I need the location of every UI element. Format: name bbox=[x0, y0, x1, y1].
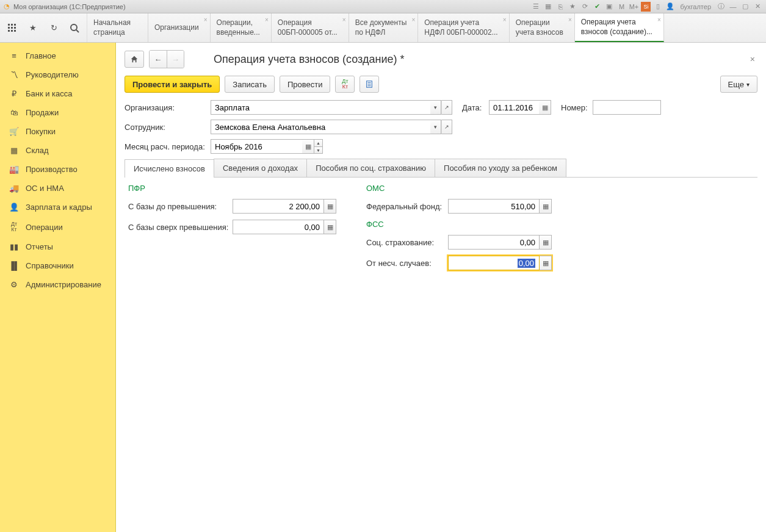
sys-icon[interactable]: M+ bbox=[629, 2, 638, 12]
base-over-label: С базы сверх превышения: bbox=[128, 223, 229, 232]
nav-hr[interactable]: 👤Зарплата и кадры bbox=[0, 198, 115, 217]
employee-combo[interactable]: ▾ ↗ bbox=[211, 120, 452, 134]
sys-icon[interactable]: ☰ bbox=[531, 2, 541, 12]
nav-purchases[interactable]: 🛒Покупки bbox=[0, 122, 115, 141]
subtab-childcare[interactable]: Пособия по уходу за ребенком bbox=[435, 159, 566, 177]
spin-up-icon[interactable]: ▲ bbox=[314, 139, 323, 146]
accident-field-focused[interactable]: 0,00 ▦ bbox=[448, 256, 552, 270]
base-before-input[interactable] bbox=[233, 199, 324, 214]
app-logo-icon: ◔ bbox=[4, 2, 10, 10]
more-button[interactable]: Еще bbox=[720, 76, 757, 93]
search-icon[interactable] bbox=[67, 21, 82, 35]
history-icon[interactable]: ↻ bbox=[46, 21, 61, 35]
sys-icon[interactable]: ▯ bbox=[653, 2, 663, 12]
tab-close-icon[interactable]: × bbox=[204, 16, 208, 24]
calculator-icon[interactable]: ▦ bbox=[540, 256, 552, 270]
date-input[interactable] bbox=[489, 100, 539, 115]
calculator-icon[interactable]: ▦ bbox=[540, 199, 552, 214]
tab-operations-entered[interactable]: Операции,введенные...× bbox=[211, 13, 272, 42]
date-label: Дата: bbox=[462, 103, 485, 112]
sys-icon[interactable]: Si bbox=[641, 2, 651, 12]
gear-icon: ⚙ bbox=[9, 280, 20, 289]
info-icon[interactable]: ⓘ bbox=[716, 2, 726, 12]
maximize-icon[interactable]: ▢ bbox=[740, 2, 750, 12]
employee-input[interactable] bbox=[211, 120, 430, 134]
tab-close-icon[interactable]: × bbox=[342, 16, 346, 24]
period-input[interactable] bbox=[211, 139, 302, 154]
org-combo[interactable]: ▾ ↗ bbox=[211, 100, 452, 115]
calendar-icon[interactable]: ▦ bbox=[539, 100, 551, 115]
content-area: ← → Операция учета взносов (создание) * … bbox=[116, 43, 766, 532]
subtab-calculated[interactable]: Исчислено взносов bbox=[125, 159, 214, 178]
sys-icon[interactable]: ▦ bbox=[543, 2, 553, 12]
tab-close-icon[interactable]: × bbox=[503, 16, 507, 24]
calculator-icon[interactable]: ▦ bbox=[324, 220, 336, 234]
calendar-icon[interactable]: ▦ bbox=[302, 139, 314, 154]
nav-production[interactable]: 🏭Производство bbox=[0, 160, 115, 179]
sys-icon[interactable]: M bbox=[616, 2, 626, 12]
org-input[interactable] bbox=[211, 100, 430, 115]
nav-bank[interactable]: ₽Банк и касса bbox=[0, 84, 115, 103]
minimize-icon[interactable]: — bbox=[728, 2, 738, 12]
post-button[interactable]: Провести bbox=[280, 76, 331, 93]
number-input[interactable] bbox=[593, 100, 661, 115]
tab-ndfl-docs[interactable]: Все документыпо НДФЛ× bbox=[349, 13, 419, 42]
panel-close-button[interactable]: × bbox=[748, 52, 757, 66]
back-button[interactable]: ← bbox=[150, 51, 167, 68]
svg-rect-2 bbox=[14, 24, 16, 26]
tab-close-icon[interactable]: × bbox=[568, 16, 572, 24]
sys-icon[interactable]: ⟳ bbox=[580, 2, 590, 12]
accident-input[interactable]: 0,00 bbox=[448, 256, 540, 270]
dropdown-icon[interactable]: ▾ bbox=[430, 100, 441, 115]
tab-start-page[interactable]: Начальнаястраница bbox=[87, 13, 148, 42]
tab-contrib-ops[interactable]: Операцииучета взносов× bbox=[510, 13, 575, 42]
date-field[interactable]: ▦ bbox=[489, 100, 551, 115]
calculator-icon[interactable]: ▦ bbox=[324, 199, 336, 214]
sys-icon[interactable]: ⎘ bbox=[555, 2, 565, 12]
chart-icon: 〽 bbox=[9, 70, 20, 79]
tab-operation-00bp5[interactable]: Операция00БП-000005 от...× bbox=[272, 13, 349, 42]
save-button[interactable]: Записать bbox=[225, 76, 275, 93]
subtab-social-benefits[interactable]: Пособия по соц. страхованию bbox=[306, 159, 435, 177]
open-ref-icon[interactable]: ↗ bbox=[441, 100, 452, 115]
close-icon[interactable]: ✕ bbox=[753, 2, 762, 12]
sys-icon[interactable]: ▣ bbox=[604, 2, 614, 12]
action-bar: Провести и закрыть Записать Провести ДтК… bbox=[125, 76, 757, 93]
subtab-income[interactable]: Сведения о доходах bbox=[214, 159, 307, 177]
factory-icon: 🏭 bbox=[9, 165, 20, 174]
dtkt-button[interactable]: ДтКт bbox=[335, 76, 355, 93]
tab-close-icon[interactable]: × bbox=[411, 16, 415, 24]
spin-down-icon[interactable]: ▼ bbox=[314, 146, 323, 154]
nav-operations[interactable]: ДтКтОперации bbox=[0, 217, 115, 237]
nav-reports[interactable]: ▮▮Отчеты bbox=[0, 237, 115, 256]
period-field[interactable]: ▦ ▲ ▼ bbox=[211, 139, 323, 154]
tab-close-icon[interactable]: × bbox=[265, 16, 269, 24]
nav-assets[interactable]: 🚚ОС и НМА bbox=[0, 179, 115, 198]
home-button[interactable] bbox=[125, 51, 144, 68]
tab-ndfl-00bp2[interactable]: Операция учетаНДФЛ 00БП-000002...× bbox=[418, 13, 509, 42]
dropdown-icon[interactable]: ▾ bbox=[430, 120, 441, 134]
nav-main[interactable]: ≡Главное bbox=[0, 46, 115, 65]
open-ref-icon[interactable]: ↗ bbox=[441, 120, 452, 134]
nav-warehouse[interactable]: ▦Склад bbox=[0, 141, 115, 160]
soc-ins-input[interactable] bbox=[448, 235, 540, 250]
quick-icons: ★ ↻ bbox=[0, 13, 87, 42]
post-and-close-button[interactable]: Провести и закрыть bbox=[125, 76, 220, 93]
fed-fund-input[interactable] bbox=[448, 199, 540, 214]
nav-admin[interactable]: ⚙Администрирование bbox=[0, 275, 115, 294]
user-icon[interactable]: 👤 bbox=[665, 2, 675, 12]
document-button[interactable] bbox=[360, 76, 379, 93]
sys-icon[interactable]: ✔ bbox=[592, 2, 602, 12]
calculator-icon[interactable]: ▦ bbox=[540, 235, 552, 250]
tab-contrib-create[interactable]: Операция учетавзносов (создание)...× bbox=[575, 13, 664, 42]
tab-organizations[interactable]: Организации× bbox=[148, 13, 211, 42]
tab-close-icon[interactable]: × bbox=[657, 16, 661, 24]
star-icon[interactable]: ★ bbox=[26, 21, 40, 35]
sys-icon[interactable]: ★ bbox=[568, 2, 577, 12]
nav-sales[interactable]: 🛍Продажи bbox=[0, 103, 115, 122]
base-over-input[interactable] bbox=[233, 220, 324, 234]
forward-button[interactable]: → bbox=[167, 51, 184, 68]
nav-manager[interactable]: 〽Руководителю bbox=[0, 65, 115, 84]
apps-icon[interactable] bbox=[5, 21, 20, 35]
nav-directories[interactable]: ▐▌Справочники bbox=[0, 256, 115, 275]
